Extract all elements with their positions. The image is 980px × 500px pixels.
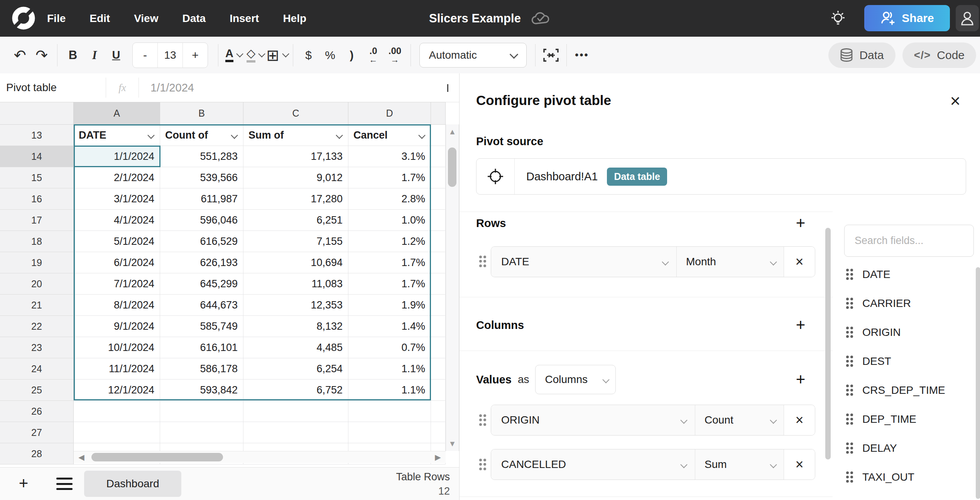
scroll-down-icon[interactable]: ▼ — [446, 437, 459, 450]
drag-handle-icon[interactable] — [845, 297, 854, 310]
cell[interactable]: 1/1/2024 — [74, 146, 160, 167]
cell[interactable]: 17,133 — [243, 146, 348, 167]
row-header-24[interactable]: 24 — [0, 358, 74, 380]
filter-chevron-down-icon[interactable] — [336, 132, 343, 139]
cell-empty[interactable] — [160, 401, 243, 422]
cell[interactable]: 611,987 — [160, 188, 243, 210]
percent-format-button[interactable]: % — [319, 43, 341, 68]
cell[interactable]: 3.1% — [348, 146, 431, 167]
bold-button[interactable]: B — [62, 43, 84, 68]
row-header-22[interactable]: 22 — [0, 316, 74, 337]
cell-empty[interactable] — [431, 146, 446, 167]
expand-formula-bar-button[interactable] — [443, 84, 448, 91]
cell[interactable]: 1.1% — [348, 358, 431, 380]
cell[interactable]: 551,283 — [160, 146, 243, 167]
horizontal-scrollbar[interactable]: ◀ ▶ — [74, 451, 446, 463]
cell-empty[interactable] — [74, 401, 160, 422]
cell[interactable]: 2/1/2024 — [74, 167, 160, 188]
pick-range-button[interactable] — [476, 159, 515, 194]
field-item-dest[interactable]: DEST — [845, 347, 973, 376]
cell[interactable]: 8,132 — [243, 316, 348, 337]
drag-handle-icon[interactable] — [845, 268, 854, 281]
grid-corner-cell[interactable] — [0, 102, 74, 125]
remove-icon[interactable]: × — [784, 405, 815, 435]
underline-button[interactable]: U — [105, 43, 127, 68]
cell[interactable]: 626,193 — [160, 252, 243, 273]
borders-button[interactable]: ⊞ — [266, 43, 288, 68]
increase-font-size-button[interactable]: + — [183, 43, 208, 68]
cell[interactable]: 12,353 — [243, 295, 348, 316]
drag-handle-icon[interactable] — [845, 326, 854, 339]
field-item-dep_time[interactable]: DEP_TIME — [845, 405, 973, 434]
menu-help[interactable]: Help — [283, 12, 306, 25]
field-item-date[interactable]: DATE — [845, 260, 973, 289]
add-column-field-button[interactable]: + — [792, 317, 809, 334]
comma-format-button[interactable]: ) — [341, 43, 363, 68]
cell[interactable]: 12/1/2024 — [74, 380, 160, 401]
value-field-select[interactable]: CANCELLED — [491, 449, 695, 480]
field-item-carrier[interactable]: CARRIER — [845, 289, 973, 318]
vertical-scrollbar[interactable]: ▲ ▼ — [446, 124, 459, 451]
close-icon[interactable]: × — [946, 92, 964, 110]
menu-data[interactable]: Data — [182, 12, 206, 25]
remove-icon[interactable]: × — [784, 449, 815, 480]
cell-empty[interactable] — [431, 422, 446, 443]
document-title[interactable]: Slicers Example — [429, 12, 521, 25]
account-button[interactable] — [956, 5, 979, 31]
value-aggregation-select[interactable]: Sum — [695, 449, 784, 480]
cell[interactable]: 3/1/2024 — [74, 188, 160, 210]
search-fields-input[interactable] — [845, 225, 973, 256]
cell[interactable]: 6,254 — [243, 358, 348, 380]
cell[interactable]: 585,749 — [160, 316, 243, 337]
filter-chevron-down-icon[interactable] — [418, 132, 425, 139]
drag-handle-icon[interactable] — [478, 414, 487, 427]
row-field-select[interactable]: DATE — [491, 247, 677, 277]
value-field-select[interactable]: ORIGIN — [491, 405, 695, 435]
cell[interactable]: 1.1% — [348, 380, 431, 401]
menu-file[interactable]: File — [47, 12, 66, 25]
cell-empty[interactable] — [431, 273, 446, 295]
cell[interactable]: 17,280 — [243, 188, 348, 210]
scroll-up-icon[interactable]: ▲ — [446, 125, 459, 138]
row-header-21[interactable]: 21 — [0, 295, 74, 316]
cell-empty[interactable] — [74, 422, 160, 443]
filter-cell-cancel[interactable]: Cancel — [348, 125, 431, 146]
field-item-delay[interactable]: DELAY — [845, 434, 973, 463]
cell[interactable]: 11,083 — [243, 273, 348, 295]
drag-handle-icon[interactable] — [845, 413, 854, 426]
row-header-26[interactable]: 26 — [0, 401, 74, 422]
cell-empty[interactable] — [243, 422, 348, 443]
cell[interactable]: 7/1/2024 — [74, 273, 160, 295]
value-aggregation-select[interactable]: Count — [695, 405, 784, 435]
scroll-right-icon[interactable]: ▶ — [431, 451, 445, 463]
filter-chevron-down-icon[interactable] — [147, 132, 154, 139]
number-format-select[interactable]: Automatic — [419, 43, 527, 68]
values-as-select[interactable]: Columns — [535, 365, 616, 394]
cell[interactable]: 10/1/2024 — [74, 337, 160, 358]
cell[interactable]: 616,101 — [160, 337, 243, 358]
fill-color-button[interactable]: ◇ — [245, 43, 266, 68]
cell-empty[interactable] — [348, 401, 431, 422]
cell[interactable]: 645,299 — [160, 273, 243, 295]
cell-empty[interactable] — [431, 401, 446, 422]
cell-empty[interactable] — [431, 210, 446, 231]
cell-empty[interactable] — [160, 422, 243, 443]
cell-empty[interactable] — [431, 188, 446, 210]
fields-scroll-thumb[interactable] — [976, 267, 980, 499]
fit-to-data-button[interactable] — [540, 43, 562, 68]
row-header-13[interactable]: 13 — [0, 125, 74, 146]
cell[interactable]: 596,046 — [160, 210, 243, 231]
cell[interactable]: 1.7% — [348, 273, 431, 295]
cell-empty[interactable] — [431, 295, 446, 316]
drag-handle-icon[interactable] — [478, 458, 487, 471]
decrease-font-size-button[interactable]: - — [133, 43, 157, 68]
decrease-decimal-button[interactable]: .0← — [363, 43, 384, 68]
cell[interactable]: 2.8% — [348, 188, 431, 210]
cell[interactable]: 644,673 — [160, 295, 243, 316]
menu-insert[interactable]: Insert — [230, 12, 259, 25]
menu-edit[interactable]: Edit — [90, 12, 110, 25]
row-header-16[interactable]: 16 — [0, 188, 74, 210]
pivot-source-ref[interactable]: Dashboard!A1 — [526, 170, 598, 183]
cell[interactable]: 1.9% — [348, 295, 431, 316]
cell[interactable]: 1.0% — [348, 210, 431, 231]
